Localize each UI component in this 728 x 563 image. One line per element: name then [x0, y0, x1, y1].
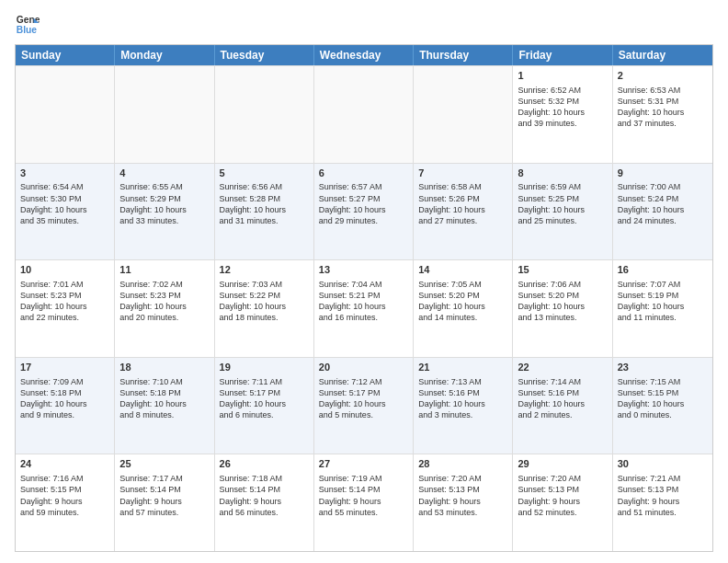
calendar-cell: 25Sunrise: 7:17 AMSunset: 5:14 PMDayligh… — [115, 454, 214, 551]
day-number: 4 — [119, 167, 209, 180]
day-info: Sunrise: 7:16 AM — [20, 473, 109, 484]
day-number: 13 — [319, 263, 408, 277]
svg-text:General: General — [17, 15, 40, 25]
day-info: and 51 minutes. — [618, 507, 708, 518]
day-info: Sunset: 5:17 PM — [319, 387, 408, 398]
day-info: Sunrise: 6:53 AM — [618, 85, 708, 96]
day-info: Sunset: 5:18 PM — [119, 387, 209, 398]
day-info: Sunrise: 7:17 AM — [119, 473, 209, 484]
calendar-cell: 15Sunrise: 7:06 AMSunset: 5:20 PMDayligh… — [513, 260, 612, 357]
day-info: Daylight: 10 hours — [518, 204, 607, 215]
day-info: and 11 minutes. — [618, 312, 708, 323]
day-info: Daylight: 9 hours — [618, 496, 708, 507]
day-info: Sunset: 5:14 PM — [220, 484, 309, 495]
day-info: Sunrise: 7:04 AM — [319, 279, 408, 290]
day-info: Sunset: 5:16 PM — [418, 387, 507, 398]
day-info: Sunrise: 7:20 AM — [418, 473, 507, 484]
day-info: and 39 minutes. — [518, 118, 607, 129]
calendar-cell: 14Sunrise: 7:05 AMSunset: 5:20 PMDayligh… — [414, 260, 513, 357]
calendar-cell: 8Sunrise: 6:59 AMSunset: 5:25 PMDaylight… — [513, 164, 612, 260]
day-number: 25 — [119, 457, 209, 471]
day-info: and 37 minutes. — [618, 118, 708, 129]
day-number: 18 — [119, 361, 209, 374]
day-info: Sunset: 5:27 PM — [319, 193, 408, 204]
day-number: 17 — [20, 361, 109, 374]
calendar-body: 1Sunrise: 6:52 AMSunset: 5:32 PMDaylight… — [16, 65, 712, 551]
calendar-cell: 5Sunrise: 6:56 AMSunset: 5:28 PMDaylight… — [215, 164, 314, 260]
weekday-header: Tuesday — [215, 45, 314, 65]
day-info: Sunset: 5:15 PM — [20, 484, 109, 495]
day-info: Sunset: 5:20 PM — [418, 290, 507, 301]
day-number: 11 — [119, 263, 209, 277]
calendar-cell: 3Sunrise: 6:54 AMSunset: 5:30 PMDaylight… — [16, 164, 115, 260]
weekday-header: Monday — [115, 45, 214, 65]
day-info: Daylight: 9 hours — [319, 496, 408, 507]
day-info: Sunrise: 6:56 AM — [220, 181, 309, 192]
calendar-cell: 30Sunrise: 7:21 AMSunset: 5:13 PMDayligh… — [613, 454, 712, 551]
day-info: Sunset: 5:15 PM — [618, 387, 708, 398]
calendar-row: 3Sunrise: 6:54 AMSunset: 5:30 PMDaylight… — [16, 163, 712, 260]
weekday-header: Sunday — [16, 45, 115, 65]
day-number: 16 — [618, 263, 708, 277]
day-info: and 6 minutes. — [220, 409, 309, 420]
calendar-row: 10Sunrise: 7:01 AMSunset: 5:23 PMDayligh… — [16, 259, 712, 357]
calendar-cell: 29Sunrise: 7:20 AMSunset: 5:13 PMDayligh… — [513, 454, 612, 551]
day-info: Sunrise: 6:59 AM — [518, 181, 607, 192]
calendar-cell: 11Sunrise: 7:02 AMSunset: 5:23 PMDayligh… — [115, 260, 214, 357]
day-info: Daylight: 10 hours — [319, 398, 408, 409]
day-info: Sunset: 5:16 PM — [518, 387, 607, 398]
calendar-cell: 6Sunrise: 6:57 AMSunset: 5:27 PMDaylight… — [314, 164, 414, 260]
calendar-cell: 12Sunrise: 7:03 AMSunset: 5:22 PMDayligh… — [215, 260, 314, 357]
day-info: and 31 minutes. — [220, 215, 309, 226]
day-info: Daylight: 10 hours — [119, 204, 209, 215]
calendar-cell: 9Sunrise: 7:00 AMSunset: 5:24 PMDaylight… — [613, 164, 712, 260]
day-info: Sunset: 5:23 PM — [20, 290, 109, 301]
day-info: and 0 minutes. — [618, 409, 708, 420]
calendar-cell: 24Sunrise: 7:16 AMSunset: 5:15 PMDayligh… — [16, 454, 115, 551]
day-info: Sunrise: 6:54 AM — [20, 181, 109, 192]
calendar-cell — [16, 66, 115, 163]
day-info: Sunrise: 6:52 AM — [518, 85, 607, 96]
calendar-row: 17Sunrise: 7:09 AMSunset: 5:18 PMDayligh… — [16, 357, 712, 454]
calendar-cell: 16Sunrise: 7:07 AMSunset: 5:19 PMDayligh… — [613, 260, 712, 357]
day-info: and 25 minutes. — [518, 215, 607, 226]
day-number: 7 — [418, 167, 507, 180]
day-info: Sunrise: 7:07 AM — [618, 279, 708, 290]
day-info: and 53 minutes. — [418, 507, 507, 518]
day-info: Sunrise: 7:05 AM — [418, 279, 507, 290]
day-info: Sunset: 5:24 PM — [618, 193, 708, 204]
day-info: and 24 minutes. — [618, 215, 708, 226]
day-number: 20 — [319, 361, 408, 374]
day-info: and 20 minutes. — [119, 312, 209, 323]
day-info: Sunset: 5:22 PM — [220, 290, 309, 301]
calendar-cell: 4Sunrise: 6:55 AMSunset: 5:29 PMDaylight… — [115, 164, 214, 260]
weekday-header: Thursday — [414, 45, 513, 65]
calendar-cell: 28Sunrise: 7:20 AMSunset: 5:13 PMDayligh… — [414, 454, 513, 551]
day-number: 14 — [418, 263, 507, 277]
day-info: Sunset: 5:17 PM — [220, 387, 309, 398]
day-info: Daylight: 10 hours — [319, 301, 408, 312]
weekday-header: Wednesday — [314, 45, 414, 65]
day-info: and 59 minutes. — [20, 507, 109, 518]
day-info: Sunrise: 7:21 AM — [618, 473, 708, 484]
day-info: Sunrise: 7:12 AM — [319, 376, 408, 387]
day-number: 24 — [20, 457, 109, 471]
calendar-cell: 21Sunrise: 7:13 AMSunset: 5:16 PMDayligh… — [414, 358, 513, 454]
day-info: and 35 minutes. — [20, 215, 109, 226]
day-number: 27 — [319, 457, 408, 471]
day-info: and 5 minutes. — [319, 409, 408, 420]
day-info: and 55 minutes. — [319, 507, 408, 518]
day-number: 5 — [220, 167, 309, 180]
day-number: 23 — [618, 361, 708, 374]
day-info: Daylight: 9 hours — [119, 496, 209, 507]
day-info: Daylight: 10 hours — [618, 204, 708, 215]
day-info: Sunrise: 7:11 AM — [220, 376, 309, 387]
day-info: Sunrise: 7:18 AM — [220, 473, 309, 484]
calendar-cell: 22Sunrise: 7:14 AMSunset: 5:16 PMDayligh… — [513, 358, 612, 454]
day-info: Daylight: 10 hours — [20, 398, 109, 409]
calendar-cell: 27Sunrise: 7:19 AMSunset: 5:14 PMDayligh… — [314, 454, 414, 551]
calendar-cell: 20Sunrise: 7:12 AMSunset: 5:17 PMDayligh… — [314, 358, 414, 454]
day-info: and 9 minutes. — [20, 409, 109, 420]
day-info: Daylight: 10 hours — [618, 301, 708, 312]
day-info: Daylight: 10 hours — [220, 301, 309, 312]
